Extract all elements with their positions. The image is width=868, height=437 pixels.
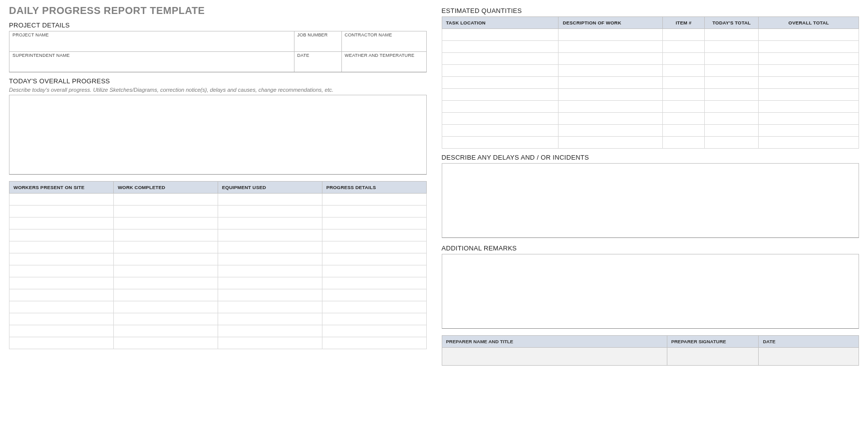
progress-cell-input[interactable] — [114, 218, 218, 229]
progress-cell-input[interactable] — [9, 253, 113, 265]
progress-cell-input[interactable] — [322, 313, 426, 325]
progress-cell-input[interactable] — [9, 289, 113, 301]
eq-cell-input[interactable] — [759, 77, 859, 88]
eq-cell-input[interactable] — [559, 137, 662, 148]
progress-cell-input[interactable] — [218, 206, 322, 217]
progress-cell-input[interactable] — [9, 218, 113, 229]
eq-cell-input[interactable] — [705, 29, 759, 40]
progress-cell-input[interactable] — [114, 301, 218, 313]
progress-cell-input[interactable] — [218, 289, 322, 301]
progress-cell-input[interactable] — [218, 277, 322, 289]
progress-cell-input[interactable] — [218, 253, 322, 265]
progress-cell-input[interactable] — [114, 241, 218, 253]
progress-cell-input[interactable] — [114, 313, 218, 325]
progress-cell-input[interactable] — [114, 253, 218, 265]
progress-cell-input[interactable] — [9, 229, 113, 241]
eq-cell-input[interactable] — [759, 137, 859, 148]
progress-cell-input[interactable] — [114, 277, 218, 289]
progress-cell-input[interactable] — [9, 313, 113, 325]
progress-cell-input[interactable] — [114, 289, 218, 301]
eq-cell-input[interactable] — [759, 113, 859, 124]
eq-cell-input[interactable] — [705, 77, 759, 88]
progress-cell-input[interactable] — [322, 301, 426, 313]
eq-cell-input[interactable] — [559, 101, 662, 112]
eq-cell-input[interactable] — [442, 101, 559, 112]
progress-cell-input[interactable] — [218, 241, 322, 253]
eq-cell-input[interactable] — [759, 101, 859, 112]
eq-cell-input[interactable] — [663, 125, 704, 136]
eq-cell-input[interactable] — [559, 89, 662, 100]
eq-cell-input[interactable] — [759, 89, 859, 100]
eq-cell-input[interactable] — [663, 65, 704, 76]
eq-cell-input[interactable] — [442, 77, 559, 88]
eq-cell-input[interactable] — [663, 29, 704, 40]
eq-cell-input[interactable] — [705, 137, 759, 148]
progress-cell-input[interactable] — [114, 229, 218, 241]
input-contractor-name[interactable] — [342, 37, 426, 51]
eq-cell-input[interactable] — [663, 101, 704, 112]
eq-cell-input[interactable] — [705, 89, 759, 100]
eq-cell-input[interactable] — [559, 41, 662, 52]
input-superintendent-name[interactable] — [9, 58, 294, 72]
eq-cell-input[interactable] — [559, 113, 662, 124]
remarks-textarea[interactable] — [442, 254, 860, 329]
progress-cell-input[interactable] — [322, 337, 426, 349]
progress-cell-input[interactable] — [322, 289, 426, 301]
progress-cell-input[interactable] — [9, 241, 113, 253]
eq-cell-input[interactable] — [663, 137, 704, 148]
eq-cell-input[interactable] — [663, 41, 704, 52]
progress-cell-input[interactable] — [218, 194, 322, 205]
progress-cell-input[interactable] — [9, 301, 113, 313]
eq-cell-input[interactable] — [705, 41, 759, 52]
eq-cell-input[interactable] — [442, 125, 559, 136]
progress-cell-input[interactable] — [218, 313, 322, 325]
input-job-number[interactable] — [294, 37, 341, 51]
progress-cell-input[interactable] — [322, 325, 426, 337]
progress-cell-input[interactable] — [218, 301, 322, 313]
progress-cell-input[interactable] — [114, 265, 218, 277]
progress-cell-input[interactable] — [9, 265, 113, 277]
eq-cell-input[interactable] — [559, 65, 662, 76]
progress-cell-input[interactable] — [322, 218, 426, 229]
progress-cell-input[interactable] — [322, 206, 426, 217]
progress-cell-input[interactable] — [322, 229, 426, 241]
eq-cell-input[interactable] — [559, 77, 662, 88]
progress-cell-input[interactable] — [322, 265, 426, 277]
eq-cell-input[interactable] — [705, 125, 759, 136]
eq-cell-input[interactable] — [442, 137, 559, 148]
eq-cell-input[interactable] — [442, 113, 559, 124]
eq-cell-input[interactable] — [663, 77, 704, 88]
eq-cell-input[interactable] — [663, 113, 704, 124]
eq-cell-input[interactable] — [663, 53, 704, 64]
eq-cell-input[interactable] — [559, 29, 662, 40]
input-preparer-signature[interactable] — [667, 348, 759, 365]
input-signoff-date[interactable] — [759, 348, 859, 365]
eq-cell-input[interactable] — [663, 89, 704, 100]
eq-cell-input[interactable] — [705, 65, 759, 76]
eq-cell-input[interactable] — [442, 41, 559, 52]
input-weather[interactable] — [342, 58, 426, 72]
overall-progress-textarea[interactable] — [9, 95, 427, 175]
progress-cell-input[interactable] — [9, 337, 113, 349]
progress-cell-input[interactable] — [218, 265, 322, 277]
eq-cell-input[interactable] — [759, 53, 859, 64]
progress-cell-input[interactable] — [218, 337, 322, 349]
delays-textarea[interactable] — [442, 163, 860, 238]
eq-cell-input[interactable] — [442, 89, 559, 100]
progress-cell-input[interactable] — [9, 206, 113, 217]
eq-cell-input[interactable] — [442, 29, 559, 40]
eq-cell-input[interactable] — [705, 113, 759, 124]
progress-cell-input[interactable] — [322, 194, 426, 205]
progress-cell-input[interactable] — [218, 229, 322, 241]
progress-cell-input[interactable] — [322, 241, 426, 253]
progress-cell-input[interactable] — [322, 277, 426, 289]
eq-cell-input[interactable] — [559, 53, 662, 64]
input-project-name[interactable] — [9, 37, 294, 51]
progress-cell-input[interactable] — [114, 206, 218, 217]
eq-cell-input[interactable] — [759, 29, 859, 40]
progress-cell-input[interactable] — [9, 325, 113, 337]
eq-cell-input[interactable] — [759, 125, 859, 136]
eq-cell-input[interactable] — [442, 53, 559, 64]
progress-cell-input[interactable] — [218, 325, 322, 337]
progress-cell-input[interactable] — [9, 277, 113, 289]
